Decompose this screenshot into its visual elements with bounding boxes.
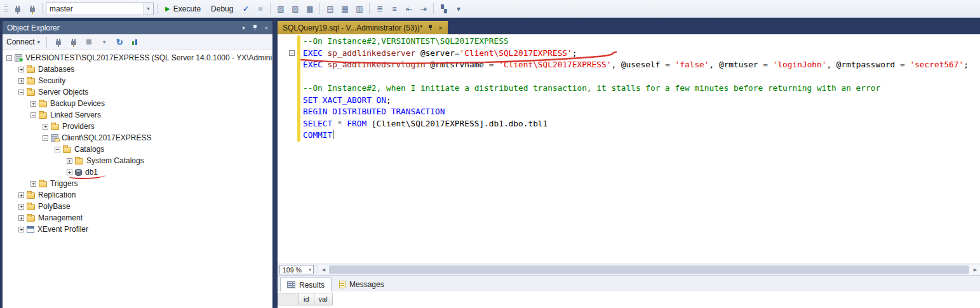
grid-column-header[interactable]: val <box>314 293 333 305</box>
collapse-toggle-icon[interactable]: − <box>43 135 48 141</box>
debug-button[interactable]: Debug <box>206 2 238 16</box>
pin-icon[interactable] <box>427 24 433 31</box>
tree-item-label: Linked Servers <box>50 110 101 119</box>
change-connection-icon[interactable] <box>25 2 39 15</box>
expand-toggle-icon[interactable]: + <box>43 124 48 130</box>
tree-item[interactable]: +Databases <box>3 64 272 75</box>
results-to-grid-icon[interactable]: ▦ <box>338 2 351 15</box>
scroll-left-icon[interactable]: ◀ <box>319 267 328 272</box>
editor-statusbar: 109 % ▾ ◀ ▶ <box>278 264 980 275</box>
expand-toggle-icon[interactable]: + <box>18 78 24 84</box>
connect-plug-icon[interactable] <box>53 36 64 48</box>
debug-label: Debug <box>211 4 233 13</box>
tree-item[interactable]: −Catalogs <box>3 144 272 155</box>
expand-toggle-icon[interactable]: + <box>18 192 24 198</box>
results-to-file-icon[interactable]: ▥ <box>352 2 366 15</box>
connect-icon[interactable] <box>11 2 24 15</box>
linked-icon <box>51 134 58 142</box>
tab-results[interactable]: Results <box>280 278 332 291</box>
zoom-level-select[interactable]: 109 % ▾ <box>279 265 314 274</box>
code-editor[interactable]: − --On Instance#2,VERSIONTEST\SQL2017EXP… <box>278 34 980 264</box>
tree-item[interactable]: +Replication <box>3 189 272 201</box>
cancel-query-icon[interactable]: ■ <box>253 2 267 15</box>
toolbar-overflow-icon[interactable]: ▾ <box>452 2 465 15</box>
filter-icon[interactable]: ▼ <box>99 36 110 48</box>
folder-icon <box>27 192 35 199</box>
tree-item[interactable]: +Backup Devices <box>3 98 272 109</box>
tree-item[interactable]: +XEvent Profiler <box>3 224 272 235</box>
tree-item[interactable]: +Providers <box>3 121 272 132</box>
code-line: EXEC sp_addlinkedsrvlogin @rmtsrvname = … <box>303 59 980 71</box>
grid-corner-cell[interactable] <box>278 293 299 305</box>
connect-dropdown[interactable]: Connect <box>6 37 35 46</box>
zoom-value: 109 % <box>283 266 302 274</box>
window-menu-icon[interactable]: ▾ <box>242 25 245 31</box>
expand-toggle-icon[interactable]: + <box>18 215 24 221</box>
expand-toggle-icon[interactable]: + <box>30 101 36 107</box>
object-explorer-tree[interactable]: −VERSIONTEST\SQL2017EXPRESS (SQL Server … <box>3 50 272 308</box>
horizontal-scrollbar[interactable]: ◀ ▶ <box>319 265 980 274</box>
increase-indent-icon[interactable]: ⇥ <box>417 2 430 15</box>
chevron-down-icon[interactable]: ▾ <box>143 3 153 15</box>
expand-toggle-icon[interactable]: + <box>18 204 24 210</box>
expand-toggle-icon[interactable]: + <box>18 67 24 72</box>
collapse-toggle-icon[interactable]: − <box>55 147 60 152</box>
object-explorer-titlebar: Object Explorer ▾ × <box>3 21 272 34</box>
tree-item[interactable]: +PolyBase <box>3 201 272 212</box>
tree-item-label: VERSIONTEST\SQL2017EXPRESS (SQL Server 1… <box>25 53 272 62</box>
comment-icon[interactable]: ≣ <box>373 2 386 15</box>
tree-item[interactable]: +Management <box>3 212 272 224</box>
execute-play-icon: ▶ <box>165 5 170 12</box>
tree-item[interactable]: −VERSIONTEST\SQL2017EXPRESS (SQL Server … <box>3 52 272 64</box>
collapse-region-toggle[interactable]: − <box>289 50 295 56</box>
collapse-toggle-icon[interactable]: − <box>30 112 36 118</box>
tree-item[interactable]: +db1 <box>3 166 272 178</box>
close-icon[interactable]: × <box>265 25 268 31</box>
decrease-indent-icon[interactable]: ⇤ <box>402 2 415 15</box>
folder-icon <box>27 78 35 84</box>
execute-button[interactable]: ▶ Execute <box>161 2 205 16</box>
live-query-stats-icon[interactable]: ▨ <box>288 2 302 15</box>
toolbar-grip[interactable] <box>4 4 8 14</box>
object-explorer-panel: Object Explorer ▾ × Connect ▾ ▼ ↻ −VERSI… <box>3 21 272 308</box>
tree-item[interactable]: −Server Objects <box>3 86 272 98</box>
sqlcmd-mode-icon[interactable]: ▚ <box>437 2 450 15</box>
folder-icon <box>27 215 35 222</box>
stop-square-icon <box>86 39 91 44</box>
available-databases-combo[interactable]: master ▾ <box>46 3 154 15</box>
tree-item[interactable]: +Security <box>3 75 272 86</box>
client-stats-icon[interactable]: ▩ <box>303 2 316 15</box>
collapse-toggle-icon[interactable]: − <box>18 90 24 95</box>
tree-item[interactable]: +Triggers <box>3 178 272 189</box>
disconnect-plug-icon[interactable] <box>69 36 79 48</box>
estimated-plan-icon[interactable]: ▧ <box>274 2 287 15</box>
grid-column-header[interactable]: id <box>299 293 314 305</box>
tree-item[interactable]: −Client\SQL2017EXPRESS <box>3 132 272 144</box>
activity-monitor-icon[interactable] <box>130 36 140 48</box>
toolbar-separator <box>42 3 43 14</box>
tab-messages[interactable]: Messages <box>333 278 391 291</box>
expand-toggle-icon[interactable]: + <box>30 181 36 187</box>
scrollbar-thumb[interactable] <box>329 265 969 274</box>
collapse-toggle-icon[interactable]: − <box>6 55 12 61</box>
plug-icon <box>56 41 61 45</box>
expand-toggle-icon[interactable]: + <box>18 227 24 232</box>
uncomment-icon[interactable]: ≡ <box>387 2 401 15</box>
refresh-icon[interactable]: ↻ <box>114 36 125 48</box>
folder-icon <box>27 67 35 73</box>
expand-toggle-icon[interactable]: + <box>67 158 72 164</box>
panel-title: Object Explorer <box>7 23 60 32</box>
tree-item[interactable]: +System Catalogs <box>3 155 272 166</box>
pin-icon[interactable] <box>252 24 258 31</box>
close-icon[interactable]: × <box>438 24 442 32</box>
tree-item[interactable]: −Linked Servers <box>3 109 272 121</box>
stop-icon[interactable] <box>84 36 95 48</box>
scroll-right-icon[interactable]: ▶ <box>970 267 980 272</box>
tab-title: SQLQuery19.sql - V...Administrator (53))… <box>283 23 422 32</box>
grid-header-row: id val <box>278 293 980 305</box>
chevron-down-icon[interactable]: ▾ <box>37 39 40 45</box>
parse-icon[interactable]: ✓ <box>239 2 252 15</box>
tab-sqlquery19[interactable]: SQLQuery19.sql - V...Administrator (53))… <box>278 21 448 34</box>
folder-icon <box>39 112 47 119</box>
results-to-text-icon[interactable]: ▤ <box>323 2 337 15</box>
